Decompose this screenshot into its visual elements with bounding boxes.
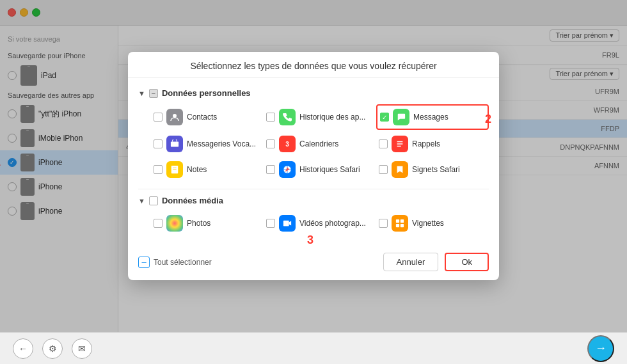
settings-icon: ⚙ <box>49 344 57 354</box>
photos-icon <box>166 215 183 232</box>
mail-button[interactable]: ✉ <box>72 338 92 359</box>
calendriers-icon: 3 <box>279 136 296 152</box>
notes-icon <box>166 161 183 178</box>
vignettes-label: Vignettes <box>412 219 444 228</box>
settings-button[interactable]: ⚙ <box>42 338 63 359</box>
media-collapse-arrow[interactable]: ▼ <box>138 197 145 205</box>
badge-2: 2 <box>485 113 491 126</box>
historiques-safari-item: Historiques Safari <box>264 158 376 181</box>
videos-checkbox[interactable] <box>266 219 275 228</box>
app-window: Si votre sauvega Sauvegarde pour iPhone … <box>0 0 627 364</box>
calendriers-checkbox[interactable] <box>266 139 275 148</box>
signets-label: Signets Safari <box>412 165 460 174</box>
videos-item: Vidéos photograp... <box>264 212 376 235</box>
signets-item: Signets Safari <box>376 158 489 181</box>
media-label: Données média <box>162 196 223 205</box>
vignettes-icon <box>392 215 408 232</box>
personal-collapse-arrow[interactable]: ▼ <box>138 90 145 97</box>
modal-actions: Annuler Ok <box>383 253 489 271</box>
rappels-item: Rappels <box>376 132 489 155</box>
next-button[interactable]: → <box>587 335 614 362</box>
back-icon: ← <box>19 344 28 354</box>
cancel-button[interactable]: Annuler <box>383 253 439 271</box>
signets-icon <box>392 161 408 178</box>
historique-item: Historique des ap... <box>264 104 376 130</box>
contacts-label: Contacts <box>187 113 217 122</box>
contacts-icon <box>166 109 183 125</box>
bottom-left: ← ⚙ ✉ <box>13 338 92 359</box>
videos-label: Vidéos photograp... <box>299 219 366 228</box>
rappels-checkbox[interactable] <box>379 139 388 148</box>
modal-overlay: 2 3 Sélectionnez les types de données qu… <box>0 0 627 332</box>
modal-dialog: 2 3 Sélectionnez les types de données qu… <box>128 52 499 280</box>
messages-checkbox[interactable] <box>380 113 389 122</box>
historiques-safari-icon <box>279 161 296 178</box>
personal-checkbox[interactable]: – <box>149 89 158 98</box>
svg-rect-13 <box>401 219 404 223</box>
contacts-item: Contacts <box>151 104 264 130</box>
contacts-checkbox[interactable] <box>154 113 163 122</box>
personal-items-grid: Contacts Historique des ap... <box>138 102 489 186</box>
bottom-bar: ← ⚙ ✉ → <box>0 332 627 364</box>
vignettes-checkbox[interactable] <box>379 219 388 228</box>
rappels-icon <box>392 136 408 152</box>
photos-checkbox[interactable] <box>154 219 163 228</box>
personal-label: Données personnelles <box>162 88 251 98</box>
svg-rect-11 <box>283 221 289 226</box>
select-all-button[interactable]: – Tout sélectionner <box>138 257 212 268</box>
notes-item: Notes <box>151 158 264 181</box>
badge-3: 3 <box>307 233 314 247</box>
personal-data-header: ▼ – Données personnelles <box>138 84 489 102</box>
media-data-header: ▼ Données média <box>138 192 489 209</box>
historique-icon <box>279 109 296 125</box>
photos-item: Photos <box>151 212 264 235</box>
modal-body: ▼ – Données personnelles <box>128 78 499 246</box>
svg-rect-1 <box>171 142 179 147</box>
photos-label: Photos <box>187 219 210 228</box>
messageries-checkbox[interactable] <box>154 139 163 148</box>
historique-checkbox[interactable] <box>266 113 275 122</box>
historique-label: Historique des ap... <box>299 113 365 122</box>
messageries-label: Messageries Voca... <box>187 139 256 148</box>
messages-icon <box>393 109 409 125</box>
historiques-safari-checkbox[interactable] <box>266 165 275 174</box>
rappels-label: Rappels <box>412 139 440 148</box>
videos-icon <box>279 215 296 232</box>
section-divider <box>138 189 489 189</box>
messages-item: Messages <box>376 104 489 130</box>
ok-button[interactable]: Ok <box>445 253 489 271</box>
modal-footer: – Tout sélectionner Annuler Ok <box>128 246 499 280</box>
messages-label: Messages <box>413 113 448 122</box>
vignettes-item: Vignettes <box>376 212 489 235</box>
media-checkbox[interactable] <box>149 196 158 205</box>
svg-point-0 <box>173 114 177 118</box>
messageries-item: Messageries Voca... <box>151 132 264 155</box>
signets-checkbox[interactable] <box>379 165 388 174</box>
svg-rect-12 <box>396 219 399 223</box>
select-all-label: Tout sélectionner <box>154 258 212 267</box>
svg-rect-15 <box>401 224 404 227</box>
calendriers-label: Calendriers <box>299 139 338 148</box>
modal-title: Sélectionnez les types de données que vo… <box>128 52 499 78</box>
calendriers-item: 3 Calendriers <box>264 132 376 155</box>
notes-label: Notes <box>187 165 207 174</box>
messageries-icon <box>166 136 183 152</box>
notes-checkbox[interactable] <box>154 165 163 174</box>
historiques-safari-label: Historiques Safari <box>299 165 360 174</box>
next-icon: → <box>595 342 607 355</box>
select-all-icon: – <box>138 257 150 268</box>
mail-icon: ✉ <box>78 344 86 354</box>
back-button[interactable]: ← <box>13 338 33 359</box>
svg-rect-14 <box>396 224 399 227</box>
